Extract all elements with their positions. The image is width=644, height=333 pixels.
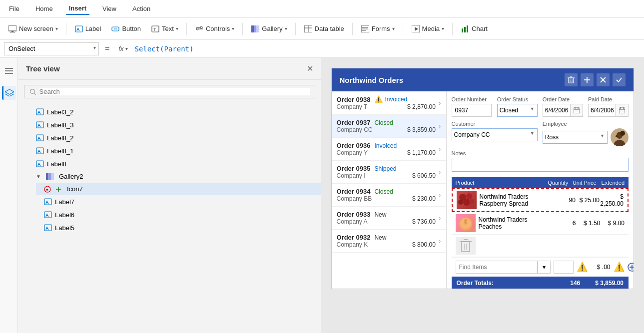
check-button[interactable] [613,73,626,86]
label-item-icon: A [44,211,52,219]
find-items-input[interactable] [456,261,538,274]
order-item[interactable]: Order 0934 Closed Company BB $ 230.00 › [332,184,446,207]
chart-button[interactable]: Chart [457,21,492,36]
controls-label: Controls [206,25,230,32]
employee-select[interactable]: Ross [543,131,608,144]
sidebar-icon-menu[interactable] [2,64,16,78]
sidebar-icon-layers[interactable] [2,86,16,100]
employee-avatar-icon [611,128,629,146]
find-items-wrapper: ▾ [456,261,551,274]
menu-action[interactable]: Action [129,3,153,14]
order-item[interactable]: Order 0935 Shipped Company I $ 606.50 › [332,161,446,184]
app-preview: Northwind Orders [331,68,635,289]
sep1 [66,23,66,35]
text-button[interactable]: T Text ▾ [147,21,182,36]
order-item[interactable]: Order 0936 Invoiced Company Y $ 1,170.00… [332,138,446,161]
add-product-icon [628,263,634,272]
table-icon [304,24,313,33]
order-item[interactable]: Order 0932 New Company K $ 800.00 › [332,230,446,253]
svg-rect-25 [462,28,463,32]
tree-item-label8-2[interactable]: A Label8_2 [28,131,321,144]
product-name: Northwind Traders Peaches [479,216,552,230]
search-input[interactable] [39,88,310,95]
notes-textarea[interactable] [452,158,629,172]
product-row[interactable]: Northwind Traders Raspberry Spread 90 $ … [452,188,629,212]
paid-date-calendar-button[interactable] [616,104,629,117]
data-table-button[interactable]: Data table [300,21,348,36]
search-box [24,85,315,98]
add-product-button[interactable] [628,261,634,273]
text-icon: T [151,24,160,33]
tree-item-label5[interactable]: A Label5 [36,221,321,234]
paid-date-input[interactable] [588,104,616,117]
trash-icon [568,76,575,83]
formula-property-select[interactable]: OnSelect [4,42,99,55]
order-item[interactable]: Order 0937 Closed Company CC $ 3,859.00 … [332,115,446,138]
tree-item-label7[interactable]: A Label7 [36,195,321,208]
order-info: Order 0938 ⚠️ Invoiced Company T $ 2,870… [337,95,436,110]
sep3 [242,23,243,35]
gallery-icon [251,24,260,33]
order-chevron-icon: › [439,145,441,153]
customer-select[interactable]: Company CC [452,128,538,141]
order-item[interactable]: Order 0938 ⚠️ Invoiced Company T $ 2,870… [332,91,446,115]
trash-button[interactable] [565,73,578,86]
media-button[interactable]: Media ▾ [407,21,448,36]
tree-close-button[interactable]: ✕ [307,64,313,73]
find-items-dropdown-button[interactable]: ▾ [538,261,551,274]
tree-item-label8-3[interactable]: A Label8_3 [28,118,321,131]
product-row[interactable]: Northwind Traders Peaches 6 $ 1.50 $ 9.0… [452,212,629,235]
tree-item-label8[interactable]: A Label8 [28,157,321,170]
menu-file[interactable]: File [6,3,22,14]
menu-view[interactable]: View [99,3,119,14]
calendar-icon [619,107,625,113]
chart-icon [461,24,470,33]
order-info: Order 0937 Closed Company CC $ 3,859.00 [337,119,436,133]
forms-button[interactable]: Forms ▾ [357,21,399,36]
sep6 [403,23,403,35]
order-chevron-icon: › [439,122,441,130]
order-chevron-icon: › [439,214,441,222]
order-number-input[interactable] [452,104,492,117]
product-ext: $ 2,250.00 [600,193,624,207]
svg-rect-48 [51,173,54,180]
menu-insert[interactable]: Insert [66,2,89,15]
nw-app-header: Northwind Orders [332,68,634,91]
add-button[interactable] [581,73,594,86]
order-totals-qty: 146 [570,280,580,287]
order-status-select[interactable]: Closed [497,104,538,117]
header-actions [565,73,626,86]
button-button[interactable]: Button [107,21,145,36]
tree-item-icon7[interactable]: ♥ Icon7 [36,183,321,195]
tree-item-gallery2[interactable]: ▼ Gallery2 [28,170,321,183]
new-screen-button[interactable]: New screen ▾ [4,21,62,36]
order-item[interactable]: Order 0933 New Company A $ 736.00 › [332,207,446,230]
price-col-header: Unit Price [568,180,596,186]
tree-item-label6[interactable]: A Label6 [36,208,321,221]
fx-chevron-icon: ▾ [125,46,127,51]
menu-home[interactable]: Home [32,3,56,14]
order-status: Shipped [374,165,396,172]
label-icon: A [74,24,83,33]
order-number: Order 0934 [337,188,371,195]
order-chevron-icon: › [439,237,441,245]
order-number: Order 0938 [337,96,371,103]
tree-item-label3-2[interactable]: A Label3_2 [28,105,321,118]
label-button[interactable]: A Label [70,21,105,36]
controls-button[interactable]: Controls ▾ [191,21,238,36]
order-date-calendar-button[interactable] [570,104,583,117]
calendar-icon [574,107,580,113]
text-label: Text [162,25,174,32]
formula-input[interactable] [134,42,640,55]
paid-date-field: Paid Date [588,96,629,117]
close-button[interactable] [597,73,610,86]
customer-select-wrapper: Company CC [452,128,538,141]
tree-item-label8-1[interactable]: A Label8_1 [28,144,321,157]
quantity-warning-icon: ⚠️ [577,262,588,273]
gallery-button[interactable]: Gallery ▾ [247,21,291,36]
order-date-input[interactable] [543,104,570,117]
label-item-icon: A [36,147,44,155]
quantity-input[interactable] [554,261,574,274]
new-screen-chevron: ▾ [55,26,58,31]
order-chevron-icon: › [439,168,441,176]
